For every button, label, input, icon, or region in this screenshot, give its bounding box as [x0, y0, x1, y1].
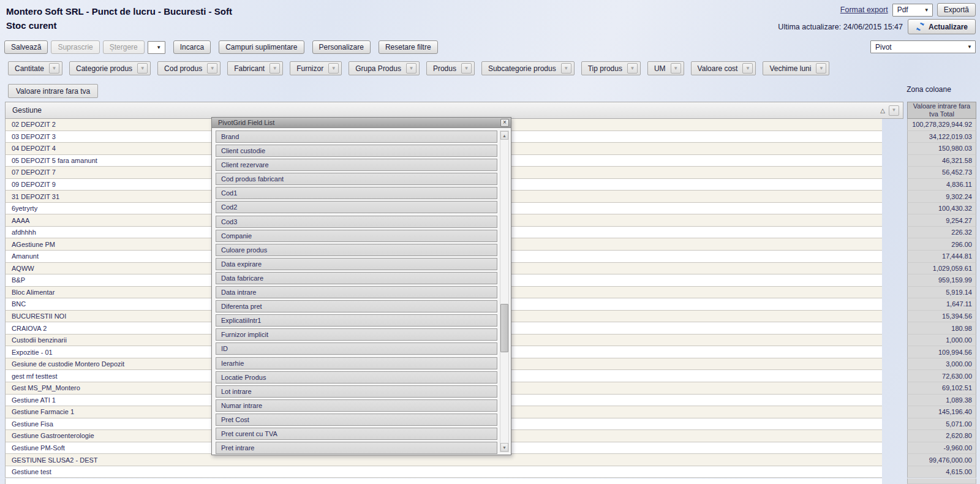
filter-field-button[interactable]: Produs ▼	[426, 61, 475, 75]
filter-dropdown-button[interactable]: ▼	[207, 63, 217, 74]
saved-layouts-select[interactable]: ▼	[148, 41, 165, 54]
field-list-item[interactable]: Brand	[216, 130, 497, 143]
field-list-scrollbar[interactable]: ▲ ▼	[500, 130, 509, 452]
field-list-item[interactable]: Diferenta pret	[216, 300, 497, 312]
filter-field-button[interactable]: Furnizor ▼	[290, 61, 342, 75]
field-list-item-label: Data fabricare	[221, 274, 263, 282]
format-export-link[interactable]: Format export	[840, 6, 888, 14]
row-header-cell[interactable]: GESTIUNE SLUSA2 - DEST	[5, 454, 882, 466]
filter-dropdown-button[interactable]: ▼	[671, 63, 681, 74]
filter-field-label: Produs	[433, 64, 456, 73]
field-list-item[interactable]: Pret intrare	[216, 442, 497, 454]
chevron-down-icon: ▼	[140, 66, 145, 71]
field-list-item[interactable]: Companie	[216, 230, 497, 242]
filter-dropdown-button[interactable]: ▼	[270, 63, 280, 74]
export-format-select[interactable]: Pdf ▼	[892, 4, 933, 17]
field-list-item[interactable]: Data intrare	[216, 286, 497, 298]
filter-dropdown-button[interactable]: ▼	[328, 63, 339, 74]
load-button[interactable]: Incarca	[173, 40, 211, 54]
customize-button[interactable]: Personalizare	[312, 40, 371, 54]
filter-field-button[interactable]: Tip produs ▼	[581, 61, 641, 75]
filter-dropdown-button[interactable]: ▼	[49, 63, 59, 74]
filter-field-button[interactable]: Grupa Produs ▼	[349, 61, 420, 75]
field-list-item-label: ID	[221, 345, 228, 352]
data-field-button[interactable]: Valoare intrare fara tva	[8, 84, 98, 98]
field-list-item[interactable]: Furnizor implicit	[216, 328, 497, 341]
row-header-cell[interactable]: Gestiune test	[5, 466, 882, 478]
filter-dropdown-button[interactable]: ▼	[889, 105, 899, 116]
refresh-button[interactable]: Actualizare	[908, 19, 976, 34]
filter-field-button[interactable]: Cantitate ▼	[8, 61, 62, 75]
row-spacer	[882, 406, 907, 418]
field-list-item[interactable]: Locatie Produs	[216, 371, 497, 384]
field-list-item[interactable]: Pret Cost	[216, 414, 497, 426]
field-list-item[interactable]: Pret curent cu TVA	[216, 428, 497, 440]
row-spacer	[882, 430, 907, 442]
row-spacer	[882, 155, 907, 167]
table-row: Gestiune test 4,615.00	[5, 466, 976, 478]
field-list-item[interactable]: ID	[216, 342, 497, 355]
filter-field-button[interactable]: Vechime luni ▼	[763, 61, 829, 75]
field-list-item[interactable]: Data expirare	[216, 258, 497, 270]
reset-filters-button[interactable]: Resetare filtre	[379, 40, 438, 54]
field-list-item[interactable]: Client custodie	[216, 145, 497, 157]
save-button[interactable]: Salvează	[4, 40, 48, 54]
field-list-item[interactable]: Numar intrare	[216, 399, 497, 412]
chevron-down-icon: ▼	[331, 66, 336, 71]
field-list-item[interactable]: Cod1	[216, 187, 497, 199]
value-cell: 150,980.03	[907, 143, 976, 155]
filter-dropdown-button[interactable]: ▼	[461, 63, 472, 74]
filter-field-button[interactable]: Cod produs ▼	[157, 61, 221, 75]
chevron-down-icon: ▼	[924, 7, 929, 13]
field-list-item[interactable]: Ierarhie	[216, 357, 497, 369]
filter-field-button[interactable]: UM ▼	[647, 61, 684, 75]
last-update-text: Ultima actualizare: 24/06/2015 15:47	[778, 23, 903, 31]
filter-dropdown-button[interactable]: ▼	[561, 63, 571, 74]
overwrite-button[interactable]: Suprascrie	[51, 40, 99, 54]
value-cell: 56,452.73	[907, 167, 976, 179]
total-column-header[interactable]: Valoare intrare fara tva Total	[907, 102, 976, 119]
field-list-item[interactable]: Cod produs fabricant	[216, 173, 497, 185]
page-title: Montero Soft SRL - Punct de lucru - Bucu…	[6, 6, 232, 17]
filter-dropdown-button[interactable]: ▼	[137, 63, 148, 74]
chevron-down-icon: ▼	[273, 66, 277, 71]
chevron-down-icon: ▼	[745, 66, 750, 71]
filter-field-label: Categorie produs	[76, 64, 132, 73]
filter-field-button[interactable]: Fabricant ▼	[227, 61, 283, 75]
field-list-item[interactable]: Cod3	[216, 216, 497, 228]
field-list-item[interactable]: Lot intrare	[216, 385, 497, 398]
filter-fields-zone: Cantitate ▼ Categorie produs ▼ Cod produ…	[8, 61, 829, 75]
view-selector[interactable]: Pivot ▼	[870, 40, 976, 53]
export-button[interactable]: Exportă	[937, 3, 976, 17]
close-button[interactable]: ×	[500, 119, 509, 127]
row-spacer	[882, 395, 907, 407]
filter-field-button[interactable]: Categorie produs ▼	[69, 61, 151, 75]
field-list-item-label: Pret intrare	[221, 444, 254, 452]
extra-fields-button[interactable]: Campuri suplimentare	[219, 40, 304, 54]
field-list-item-label: Pret curent cu TVA	[221, 430, 277, 437]
field-list-item[interactable]: Culoare produs	[216, 244, 497, 256]
field-list-item[interactable]: Data fabricare	[216, 272, 497, 284]
filter-dropdown-button[interactable]: ▼	[816, 63, 826, 74]
field-list-item[interactable]: ExplicatiiIntr1	[216, 314, 497, 327]
filter-dropdown-button[interactable]: ▼	[627, 63, 638, 74]
chevron-down-icon: ▼	[892, 108, 897, 113]
filter-field-label: Valoare cost	[698, 64, 738, 73]
filter-field-button[interactable]: Subcategorie produs ▼	[481, 61, 575, 75]
filter-field-button[interactable]: Valoare cost ▼	[691, 61, 756, 75]
value-cell: 3,000.00	[907, 358, 976, 371]
filter-dropdown-button[interactable]: ▼	[406, 63, 417, 74]
delete-button[interactable]: Ștergere	[103, 40, 145, 54]
row-area-header[interactable]: Gestiune △ ▼	[5, 102, 903, 119]
field-list-titlebar[interactable]: PivotGrid Field List ×	[212, 118, 511, 128]
field-list-item[interactable]: Client rezervare	[216, 159, 497, 171]
filter-dropdown-button[interactable]: ▼	[742, 63, 753, 74]
field-list-item[interactable]: Cod2	[216, 201, 497, 213]
view-selector-value: Pivot	[875, 43, 892, 51]
scroll-up-icon[interactable]: ▲	[500, 131, 508, 140]
data-fields-zone: Valoare intrare fara tva	[8, 84, 98, 98]
field-list-item-label: Client rezervare	[221, 161, 269, 168]
row-spacer	[882, 322, 907, 335]
scrollbar-thumb[interactable]	[500, 304, 508, 352]
scroll-down-icon[interactable]: ▼	[500, 443, 508, 452]
